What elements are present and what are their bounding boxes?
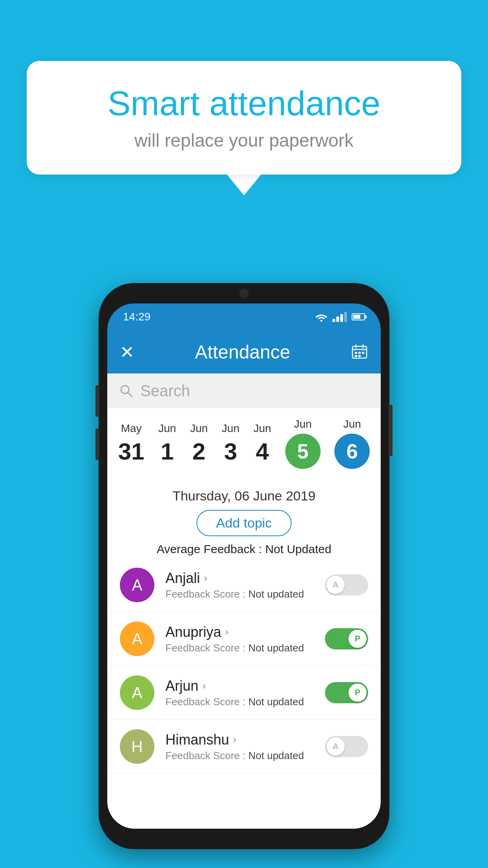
student-info: Himanshu ›Feedback Score : Not updated	[165, 732, 314, 762]
svg-point-0	[321, 320, 323, 322]
attendance-toggle[interactable]: A	[325, 736, 368, 757]
calendar-icon[interactable]	[351, 343, 368, 360]
date-day: 1	[161, 438, 174, 465]
attendance-toggle[interactable]: P	[325, 682, 368, 703]
chevron-icon: ›	[204, 572, 207, 584]
status-bar: 14:29	[107, 303, 381, 330]
svg-rect-7	[362, 352, 364, 354]
toggle-knob: P	[349, 684, 367, 702]
battery-icon	[352, 313, 365, 320]
list-item[interactable]: AAnupriya ›Feedback Score : Not updatedP	[107, 612, 381, 666]
attendance-toggle[interactable]: A	[325, 574, 368, 596]
avatar: A	[120, 568, 154, 602]
search-placeholder: Search	[140, 382, 190, 400]
app-title: Attendance	[195, 341, 290, 363]
phone: 14:29	[99, 283, 389, 849]
chevron-icon: ›	[233, 734, 237, 746]
avatar: H	[120, 729, 154, 764]
student-feedback: Feedback Score : Not updated	[165, 696, 314, 708]
student-list: AAnjali ›Feedback Score : Not updatedAAA…	[107, 558, 381, 829]
date-month: Jun	[158, 422, 176, 435]
student-info: Anupriya ›Feedback Score : Not updated	[165, 624, 314, 654]
avatar: A	[120, 622, 154, 656]
list-item[interactable]: AAnjali ›Feedback Score : Not updatedA	[107, 558, 381, 612]
close-button[interactable]: ✕	[120, 342, 134, 362]
student-feedback: Feedback Score : Not updated	[165, 750, 314, 762]
student-name: Anupriya ›	[165, 624, 314, 640]
student-info: Arjun ›Feedback Score : Not updated	[165, 678, 314, 708]
add-topic-button[interactable]: Add topic	[196, 510, 292, 536]
student-name: Arjun ›	[165, 678, 314, 694]
phone-body: 14:29	[99, 283, 389, 849]
search-icon	[119, 384, 133, 398]
student-name: Himanshu ›	[165, 732, 314, 748]
svg-rect-8	[355, 355, 357, 357]
toggle-knob: A	[327, 576, 345, 594]
list-item[interactable]: AArjun ›Feedback Score : Not updatedP	[107, 666, 381, 720]
speech-bubble-arrow	[226, 174, 262, 195]
status-time: 14:29	[123, 311, 150, 323]
svg-rect-5	[355, 352, 357, 354]
date-scroll[interactable]: May31Jun1Jun2Jun3Jun4Jun5Jun6	[107, 408, 381, 479]
speech-bubble-title: Smart attendance	[58, 85, 430, 123]
toggle-container[interactable]: A	[325, 574, 368, 596]
date-day: 31	[118, 438, 145, 465]
date-item[interactable]: Jun3	[222, 422, 239, 465]
status-icons	[315, 312, 365, 322]
date-day: 2	[193, 438, 205, 465]
date-item[interactable]: Jun1	[158, 422, 176, 465]
toggle-container[interactable]: P	[325, 682, 368, 703]
date-item[interactable]: Jun4	[253, 422, 271, 465]
toggle-container[interactable]: A	[325, 736, 368, 757]
phone-camera	[239, 289, 249, 298]
date-month: Jun	[253, 422, 271, 435]
toggle-knob: P	[349, 630, 367, 648]
student-feedback: Feedback Score : Not updated	[165, 642, 314, 654]
phone-notch	[216, 283, 272, 303]
student-info: Anjali ›Feedback Score : Not updated	[165, 570, 314, 600]
toggle-knob: A	[327, 737, 345, 756]
student-feedback: Feedback Score : Not updated	[165, 588, 314, 600]
avg-feedback: Average Feedback : Not Updated	[157, 542, 332, 556]
list-item[interactable]: HHimanshu ›Feedback Score : Not updatedA	[107, 720, 381, 774]
speech-bubble-subtitle: will replace your paperwork	[58, 130, 430, 151]
selected-date-label: Thursday, 06 June 2019	[172, 488, 316, 504]
signal-icon	[332, 312, 347, 322]
avatar: A	[120, 675, 154, 710]
search-bar[interactable]: Search	[107, 373, 381, 408]
date-item[interactable]: Jun5	[285, 418, 321, 469]
svg-rect-6	[358, 352, 361, 354]
attendance-toggle[interactable]: P	[325, 628, 368, 649]
svg-rect-9	[358, 355, 361, 357]
speech-bubble-container: Smart attendance will replace your paper…	[27, 61, 461, 195]
date-item[interactable]: Jun6	[334, 418, 370, 469]
phone-button-power	[389, 405, 393, 456]
phone-button-volume-up	[95, 385, 99, 417]
date-month: Jun	[190, 422, 208, 435]
date-day: 3	[224, 438, 237, 465]
chevron-icon: ›	[202, 680, 206, 692]
wifi-icon	[315, 312, 328, 322]
student-name: Anjali ›	[165, 570, 314, 587]
app-bar: ✕ Attendance	[107, 330, 381, 373]
date-month: Jun	[294, 418, 312, 430]
speech-bubble: Smart attendance will replace your paper…	[27, 61, 461, 175]
date-day: 6	[334, 434, 370, 469]
toggle-container[interactable]: P	[325, 628, 368, 649]
svg-line-11	[128, 393, 132, 397]
date-month: May	[121, 422, 142, 435]
chevron-icon: ›	[225, 626, 229, 638]
info-section: Thursday, 06 June 2019 Add topic Average…	[107, 479, 381, 563]
phone-button-volume-down	[95, 428, 99, 460]
date-month: Jun	[343, 418, 361, 430]
date-day: 4	[256, 438, 269, 465]
date-month: Jun	[222, 422, 239, 435]
date-item[interactable]: Jun2	[190, 422, 208, 465]
date-item[interactable]: May31	[118, 422, 145, 465]
date-day: 5	[285, 434, 321, 469]
